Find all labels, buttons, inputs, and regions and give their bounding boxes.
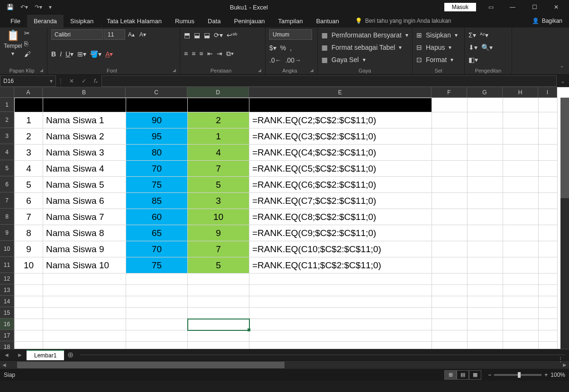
cell-rumus[interactable]: =RANK.EQ(C11;$C$2:$C$11;0) xyxy=(249,257,432,273)
cell[interactable] xyxy=(432,241,468,257)
cell-ranking[interactable]: 9 xyxy=(188,225,249,241)
column-header-I[interactable]: I xyxy=(538,87,557,98)
cell-rumus[interactable]: =RANK.EQ(C5;$C$2:$C$11;0) xyxy=(249,161,432,177)
cell[interactable] xyxy=(539,145,558,161)
dialog-launcher-icon[interactable]: ◢ xyxy=(40,68,43,73)
underline-button[interactable]: U▾ xyxy=(65,50,73,58)
column-header-A[interactable]: A xyxy=(14,87,43,98)
align-right-icon[interactable]: ≡ xyxy=(199,50,203,57)
cell[interactable] xyxy=(539,209,558,225)
cell[interactable] xyxy=(539,273,558,285)
page-break-view-icon[interactable]: ▦ xyxy=(469,370,481,380)
column-header-B[interactable]: B xyxy=(43,87,126,98)
cell-nama[interactable]: Nama Siswa 10 xyxy=(43,257,126,273)
row-header-1[interactable]: 1 xyxy=(0,98,14,112)
cell[interactable] xyxy=(188,342,249,349)
scroll-left-icon[interactable]: ◄ xyxy=(0,362,9,368)
sort-filter-icon[interactable]: ᴬᶻ▾ xyxy=(480,31,488,39)
cell[interactable] xyxy=(539,177,558,193)
cell[interactable] xyxy=(432,225,468,241)
cell-styles-button[interactable]: Gaya Sel xyxy=(331,56,359,64)
wrap-text-icon[interactable]: ↩ᵃᵇ xyxy=(227,31,238,39)
row-header-4[interactable]: 4 xyxy=(0,144,14,160)
dialog-launcher-icon[interactable]: ◢ xyxy=(258,68,261,73)
cell-rumus[interactable]: =RANK.EQ(C8;$C$2:$C$11;0) xyxy=(249,209,432,225)
increase-decimal-icon[interactable]: .0← xyxy=(269,56,282,64)
paste-button[interactable]: 📋 Tempel ▾ xyxy=(4,29,22,57)
cell[interactable] xyxy=(503,342,539,349)
cell-nilai[interactable]: 80 xyxy=(126,145,188,161)
cell-nilai[interactable]: 95 xyxy=(126,128,188,145)
cell-nama[interactable]: Nama Siswa 4 xyxy=(43,161,126,177)
vertical-scrollbar[interactable] xyxy=(560,98,569,349)
zoom-slider[interactable] xyxy=(494,374,541,376)
cell[interactable] xyxy=(126,330,188,342)
column-header-D[interactable]: D xyxy=(187,87,249,98)
cell[interactable] xyxy=(468,225,503,241)
cell[interactable] xyxy=(468,273,503,285)
header-nilai[interactable]: NILAI xyxy=(126,98,188,112)
cell[interactable] xyxy=(432,98,468,112)
cell-rumus[interactable]: =RANK.EQ(C6;$C$2:$C$11;0) xyxy=(249,177,432,193)
cell[interactable] xyxy=(503,330,539,342)
cell[interactable] xyxy=(432,257,468,273)
cell[interactable] xyxy=(432,330,468,342)
cell-no[interactable]: 4 xyxy=(15,161,43,177)
row-header-18[interactable]: 18 xyxy=(0,341,14,349)
delete-cells-button[interactable]: Hapus xyxy=(426,44,445,51)
cell[interactable] xyxy=(468,112,503,128)
sheet-next-icon[interactable]: ► xyxy=(13,352,27,358)
save-icon[interactable]: 💾 xyxy=(5,3,16,11)
cell[interactable] xyxy=(468,319,503,330)
cell[interactable] xyxy=(43,296,126,308)
minimize-icon[interactable]: — xyxy=(502,0,523,14)
cell[interactable] xyxy=(539,330,558,342)
cell[interactable] xyxy=(539,308,558,319)
cell[interactable] xyxy=(126,308,188,319)
dialog-launcher-icon[interactable]: ◢ xyxy=(310,68,313,73)
chevron-down-icon[interactable]: ▾ xyxy=(50,78,53,84)
cell-ranking[interactable]: 5 xyxy=(188,177,249,193)
tab-bantuan[interactable]: Bantuan xyxy=(310,15,346,27)
cell-ranking[interactable]: 5 xyxy=(188,257,249,273)
cell[interactable] xyxy=(126,296,188,308)
row-header-6[interactable]: 6 xyxy=(0,176,14,192)
share-button[interactable]: Bagikan xyxy=(542,18,562,24)
expand-formula-icon[interactable]: ⌄ xyxy=(557,78,569,84)
cell[interactable] xyxy=(43,308,126,319)
cell-nama[interactable]: Nama Siswa 9 xyxy=(43,241,126,257)
comma-icon[interactable]: , xyxy=(290,44,292,52)
cell[interactable] xyxy=(249,330,432,342)
cell-no[interactable]: 9 xyxy=(15,241,43,257)
cell[interactable] xyxy=(539,112,558,128)
cell[interactable] xyxy=(539,241,558,257)
new-sheet-icon[interactable]: ⊕ xyxy=(64,350,76,359)
column-header-G[interactable]: G xyxy=(467,87,503,98)
format-cells-button[interactable]: Format xyxy=(426,56,447,64)
tab-peninjauan[interactable]: Peninjauan xyxy=(228,15,272,27)
cell[interactable] xyxy=(503,308,539,319)
cell[interactable] xyxy=(503,225,539,241)
cell[interactable] xyxy=(15,273,43,285)
cell[interactable] xyxy=(15,296,43,308)
cell[interactable] xyxy=(468,296,503,308)
delete-cells-icon[interactable]: ⊟ xyxy=(416,44,422,51)
cell-no[interactable]: 6 xyxy=(15,193,43,209)
fill-color-button[interactable]: 🪣▾ xyxy=(90,50,101,58)
cell-nilai[interactable]: 75 xyxy=(126,257,188,273)
cell-no[interactable]: 5 xyxy=(15,177,43,193)
autosum-icon[interactable]: Σ▾ xyxy=(468,31,476,39)
conditional-format-button[interactable]: Pemformatan Bersyarat xyxy=(331,31,402,39)
normal-view-icon[interactable]: ⊞ xyxy=(444,370,457,380)
orientation-icon[interactable]: ⟳▾ xyxy=(214,31,223,39)
tab-file[interactable]: File xyxy=(4,15,27,27)
cell-nilai[interactable]: 75 xyxy=(126,177,188,193)
cell[interactable] xyxy=(539,285,558,296)
cell-nilai[interactable]: 90 xyxy=(126,112,188,128)
cell[interactable] xyxy=(539,98,558,112)
dialog-launcher-icon[interactable]: ◢ xyxy=(173,68,176,73)
border-button[interactable]: ⊞▾ xyxy=(77,50,86,58)
cell[interactable] xyxy=(43,330,126,342)
fx-icon[interactable]: fₓ xyxy=(90,78,101,84)
font-color-button[interactable]: A▾ xyxy=(105,50,113,58)
